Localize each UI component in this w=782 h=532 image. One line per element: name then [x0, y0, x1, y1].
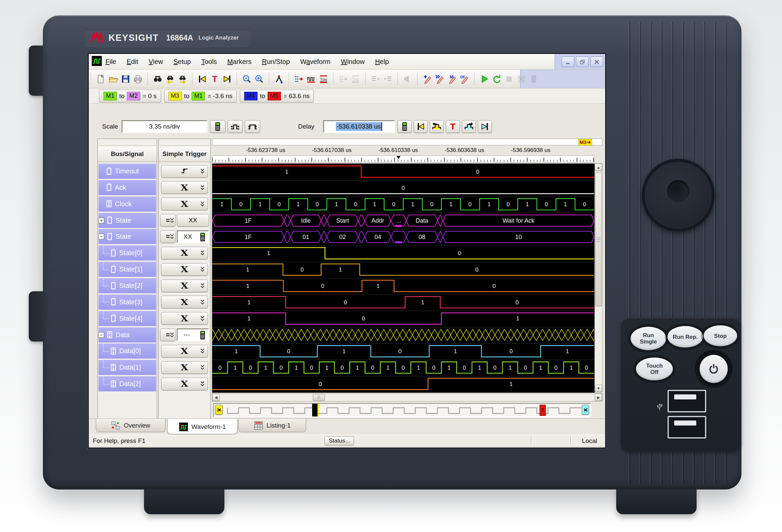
scale-pulse-zoom-in-button[interactable] [227, 120, 243, 133]
toolbar-grip[interactable] [365, 73, 367, 85]
save-icon[interactable] [119, 73, 132, 85]
comparison-operator-dropdown[interactable]: = [160, 329, 176, 341]
marker-pair-button-3[interactable]: M4toM5= 63.6 ns [240, 90, 314, 103]
menu-edit[interactable]: Edit [127, 58, 138, 66]
run-repetitive-button[interactable]: Run Rep. [668, 326, 703, 347]
overview-go-start-button[interactable] [215, 405, 223, 415]
signal-row-state[interactable]: −State [99, 229, 156, 244]
bus-signal-header[interactable]: Bus/Signal [98, 146, 157, 162]
open-file-icon[interactable] [107, 73, 119, 85]
simple-trigger-header[interactable]: Simple Trigger [159, 146, 210, 162]
signal-row-state4[interactable]: State[4] [99, 311, 156, 326]
menu-markers[interactable]: Markers [227, 58, 251, 66]
new-document-icon[interactable] [95, 73, 107, 85]
touch-off-button[interactable]: TouchOff [636, 357, 673, 380]
any-value-trigger-dropdown[interactable]: X [161, 247, 208, 260]
close-button[interactable] [591, 56, 603, 67]
calculator-icon[interactable] [198, 330, 208, 340]
menu-tools[interactable]: Tools [201, 58, 217, 66]
signal-row-state[interactable]: +State [99, 213, 156, 228]
sampling-setup-icon[interactable] [305, 73, 317, 85]
any-value-trigger-dropdown[interactable]: X [161, 345, 208, 357]
acquisition-overview-bar[interactable]: T [213, 403, 591, 417]
run-icon[interactable] [478, 73, 490, 85]
tab-waveform-1[interactable]: Waveform-1 [167, 419, 238, 434]
toolbar-grip[interactable] [91, 73, 92, 85]
overview-position-marker[interactable] [312, 404, 319, 417]
run-repetitive-icon[interactable] [490, 73, 503, 85]
comparison-operator-dropdown[interactable]: = [160, 214, 176, 227]
delay-delay-prev-edge-button[interactable] [430, 120, 444, 133]
minimize-button[interactable] [562, 56, 574, 67]
power-button[interactable] [700, 355, 728, 383]
scale-calculator-button[interactable] [210, 120, 225, 133]
overview-trigger-marker[interactable]: T [539, 405, 546, 416]
signal-row-state1[interactable]: State[1] [99, 262, 156, 277]
menu-file[interactable]: File [106, 58, 116, 66]
zoom-out-icon[interactable] [241, 73, 253, 85]
menu-run-stop[interactable]: Run/Stop [262, 58, 290, 66]
signal-row-timeout[interactable]: Timeout [99, 164, 156, 179]
overview-go-end-button[interactable] [582, 405, 589, 415]
signal-row-data1[interactable]: Data[1] [99, 360, 156, 375]
signal-row-data0[interactable]: Data[0] [99, 343, 156, 358]
any-value-trigger-dropdown[interactable]: X [161, 296, 208, 308]
scale-input[interactable]: 3.35 ns/div [121, 120, 207, 133]
signal-row-state2[interactable]: State[2] [99, 278, 156, 293]
signal-row-ack[interactable]: Ack [99, 180, 156, 195]
delay-delay-next-edge-button[interactable] [462, 120, 476, 133]
find-next-icon[interactable] [176, 73, 188, 85]
comparison-operator-dropdown[interactable]: = [160, 230, 176, 243]
rotary-knob[interactable] [642, 159, 715, 232]
trigger-setup-icon[interactable]: Trig [317, 73, 329, 85]
any-value-trigger-dropdown[interactable]: X [161, 378, 208, 390]
trigger-value-input[interactable]: --- [177, 329, 209, 341]
expand-icon[interactable]: + [99, 218, 104, 223]
print-icon[interactable] [132, 73, 144, 85]
any-value-trigger-dropdown[interactable]: X [161, 279, 208, 292]
find-previous-icon[interactable] [164, 73, 176, 85]
waveform-display[interactable]: 100101010101010101010101FIdleStartAddr..… [212, 163, 595, 393]
marker-next-icon[interactable] [433, 73, 446, 85]
signal-row-state3[interactable]: State[3] [99, 295, 156, 310]
trigger-value-button[interactable]: XX [177, 214, 209, 227]
signal-row-state0[interactable]: State[0] [99, 245, 156, 261]
waveform-vscrollbar[interactable]: ▲ ▼ [595, 163, 603, 392]
toolbar-grip[interactable] [288, 73, 290, 85]
find-icon[interactable] [151, 73, 164, 85]
any-value-trigger-dropdown[interactable]: X [161, 263, 208, 276]
toolbar-grip[interactable] [237, 73, 238, 85]
menu-window[interactable]: Window [341, 58, 365, 66]
menu-waveform[interactable]: Waveform [300, 58, 330, 66]
signal-row-data[interactable]: −Data [99, 328, 156, 342]
m3-marker-badge[interactable]: M3➜ [578, 139, 592, 146]
toolbar-grip[interactable] [417, 73, 419, 85]
any-value-trigger-dropdown[interactable]: X [161, 361, 208, 374]
marker-options-icon[interactable]: OF [458, 73, 470, 85]
menu-help[interactable]: Help [375, 58, 389, 66]
toolbar-grip[interactable] [474, 73, 475, 85]
go-to-start-icon[interactable] [196, 73, 208, 85]
marker-new-icon[interactable] [421, 73, 433, 85]
delay-delay-trigger-button[interactable]: T [446, 120, 460, 133]
toolbar-grip[interactable] [333, 73, 334, 85]
marker-pair-button-1[interactable]: M1toM2= 0 s [99, 90, 161, 103]
any-value-trigger-dropdown[interactable]: X [161, 181, 208, 194]
toolbar-grip[interactable] [397, 73, 399, 85]
zoom-in-icon[interactable] [253, 73, 265, 85]
scroll-left-button[interactable]: ◀ [212, 394, 220, 401]
any-value-trigger-dropdown[interactable]: X [161, 312, 208, 325]
run-single-button[interactable]: RunSingle [631, 327, 666, 350]
stop-button[interactable]: Stop [704, 326, 737, 346]
usb-port-bottom[interactable] [668, 416, 706, 439]
menu-view[interactable]: View [149, 58, 163, 66]
toolbar-grip[interactable] [147, 73, 149, 85]
signal-row-data2[interactable]: Data[2] [99, 376, 156, 391]
delay-delay-go-end-button[interactable] [478, 120, 492, 133]
status-button[interactable]: Status... [324, 436, 354, 445]
menu-setup[interactable]: Setup [174, 58, 191, 66]
delay-input[interactable]: -536.610338 us [323, 120, 395, 133]
restore-button[interactable] [576, 56, 589, 67]
go-to-end-icon[interactable] [221, 73, 233, 85]
scroll-thumb[interactable] [595, 173, 602, 306]
